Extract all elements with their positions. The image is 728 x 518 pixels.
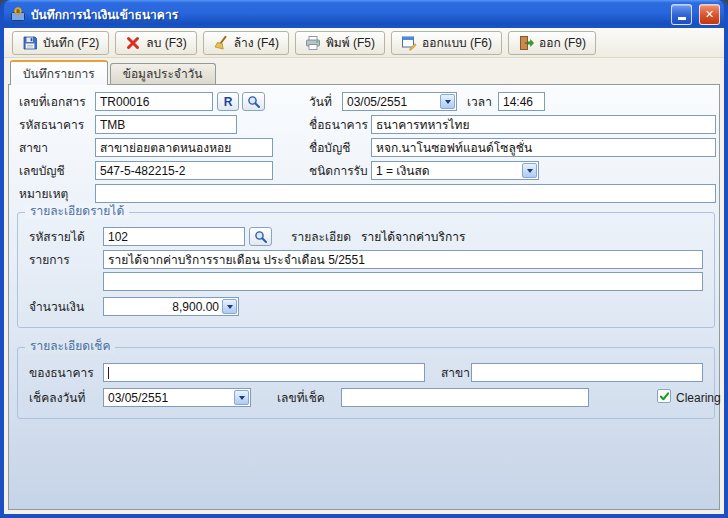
income-item-value: รายได้จากค่าบริการรายเดือน ประจำเดือน 5/… [108,252,698,268]
income-detail-value: รายได้จากค่าบริการ [361,230,465,245]
design-button[interactable]: ออกแบบ (F6) [391,31,502,55]
cheque-group [17,347,715,419]
save-button-label: บันทึก (F2) [43,33,99,52]
cheque-of-bank-label: ของธนาคาร [29,366,94,381]
bank-name-value: ธนาคารทหารไทย [376,117,711,133]
tabstrip: บันทึกรายการ ข้อมูลประจำวัน [4,58,724,84]
cheque-date-dropdown-arrow-icon[interactable] [234,390,249,405]
cheque-no-input[interactable] [341,388,589,407]
exit-button-label: ออก (F9) [539,33,586,52]
print-button[interactable]: พิมพ์ (F5) [295,31,385,55]
doc-no-input[interactable]: TR00016 [95,92,213,111]
income-code-label: รหัสรายได้ [29,230,85,245]
r-button-label: R [224,95,233,109]
tab-daily-data[interactable]: ข้อมูลประจำวัน [110,63,216,84]
bank-code-label: รหัสธนาคาร [19,118,84,133]
toolbar: บันทึก (F2) ลบ (F3) ล้าง (F4) [4,28,724,58]
account-no-value: 547-5-482215-2 [100,163,268,179]
income-code-input[interactable]: 102 [103,227,245,246]
delete-icon [125,35,141,51]
print-button-label: พิมพ์ (F5) [326,33,375,52]
design-button-label: ออกแบบ (F6) [422,33,492,52]
app-icon: ฿ [10,6,26,22]
window: ฿ บันทึกการนำเงินเข้าธนาคาร ✕ บันทึก (F2… [0,0,728,518]
receive-type-value: 1 = เงินสด [376,163,519,179]
amount-dropdown-arrow-icon[interactable] [222,299,237,314]
window-title: บันทึกการนำเงินเข้าธนาคาร [31,5,664,24]
income-item-label: รายการ [29,253,70,268]
clearing-label: Clearing [676,391,721,406]
receive-type-dropdown-arrow-icon[interactable] [522,163,537,178]
receive-type-select[interactable]: 1 = เงินสด [371,161,539,180]
check-icon [659,391,670,402]
date-dropdown-arrow-icon[interactable] [440,94,455,109]
cheque-no-label: เลขที่เช็ค [277,391,325,406]
doc-no-value: TR00016 [100,94,208,110]
main-panel: เลขที่เอกสาร TR00016 R วันที่ 03/05/2551… [8,84,720,510]
clear-button[interactable]: ล้าง (F4) [203,31,289,55]
remark-label: หมายเหตุ [19,187,68,202]
branch-value: สาขาย่อยตลาดหนองหอย [100,140,268,156]
bank-name-label: ชื่อธนาคาร [309,118,368,133]
income-item-input[interactable]: รายได้จากค่าบริการรายเดือน ประจำเดือน 5/… [103,250,703,269]
cheque-branch-input[interactable] [471,363,703,382]
search-icon [254,230,268,244]
minimize-button[interactable] [671,4,692,25]
exit-button[interactable]: ออก (F9) [508,31,596,55]
bank-code-value: TMB [100,117,232,133]
clear-button-label: ล้าง (F4) [234,33,279,52]
cheque-group-title: รายละเอียดเช็ค [25,339,115,354]
delete-button-label: ลบ (F3) [146,33,186,52]
account-name-input[interactable]: หจก.นาโนซอฟท์แอนด์โซลูชั่น [371,138,716,157]
amount-input[interactable]: 8,900.00 [103,297,239,316]
branch-input[interactable]: สาขาย่อยตลาดหนองหอย [95,138,273,157]
exit-door-icon [518,35,534,51]
titlebar: ฿ บันทึกการนำเงินเข้าธนาคาร ✕ [4,0,724,28]
tab-daily-data-label: ข้อมูลประจำวัน [123,67,203,81]
r-button[interactable]: R [217,92,239,111]
window-body: บันทึก (F2) ลบ (F3) ล้าง (F4) [4,28,724,514]
date-value: 03/05/2551 [347,94,437,110]
account-name-value: หจก.นาโนซอฟท์แอนด์โซลูชั่น [376,140,711,156]
cheque-date-label: เช็คลงวันที่ [29,391,85,406]
bank-name-input[interactable]: ธนาคารทหารไทย [371,115,716,134]
doc-search-button[interactable] [242,92,265,111]
date-select[interactable]: 03/05/2551 [342,92,457,111]
receive-type-label: ชนิดการรับ [309,164,368,179]
cheque-branch-label: สาขา [441,366,470,381]
tab-record-entry-label: บันทึกรายการ [23,67,95,81]
printer-icon [305,35,321,51]
doc-no-label: เลขที่เอกสาร [19,95,86,110]
broom-icon [213,35,229,51]
date-label: วันที่ [309,95,332,110]
time-label: เวลา [467,95,492,110]
text-caret [108,367,109,379]
income-detail-label: รายละเอียด [291,230,351,245]
account-no-input[interactable]: 547-5-482215-2 [95,161,273,180]
amount-label: จำนวนเงิน [29,300,84,315]
save-icon [22,35,38,51]
income-code-value: 102 [108,229,240,245]
income-item-input-2[interactable] [103,272,703,291]
time-input[interactable]: 14:46 [498,92,545,111]
income-group-title: รายละเอียดรายได้ [25,204,129,219]
account-no-label: เลขบัญชี [19,164,65,179]
time-value: 14:46 [503,94,540,110]
branch-label: สาขา [19,141,48,156]
save-button[interactable]: บันทึก (F2) [12,31,109,55]
svg-text:฿: ฿ [16,8,20,14]
clearing-checkbox[interactable] [657,389,671,403]
cheque-of-bank-input[interactable] [103,363,425,382]
remark-input[interactable] [95,184,716,203]
cheque-date-select[interactable]: 03/05/2551 [103,388,251,407]
search-icon [247,95,261,109]
tab-record-entry[interactable]: บันทึกรายการ [10,60,108,85]
income-search-button[interactable] [249,227,272,246]
bank-code-input[interactable]: TMB [95,115,237,134]
amount-value: 8,900.00 [108,299,219,315]
close-button[interactable]: ✕ [699,4,720,25]
account-name-label: ชื่อบัญชี [309,141,350,156]
cheque-date-value: 03/05/2551 [108,390,231,406]
design-icon [401,35,417,51]
delete-button[interactable]: ลบ (F3) [115,31,196,55]
